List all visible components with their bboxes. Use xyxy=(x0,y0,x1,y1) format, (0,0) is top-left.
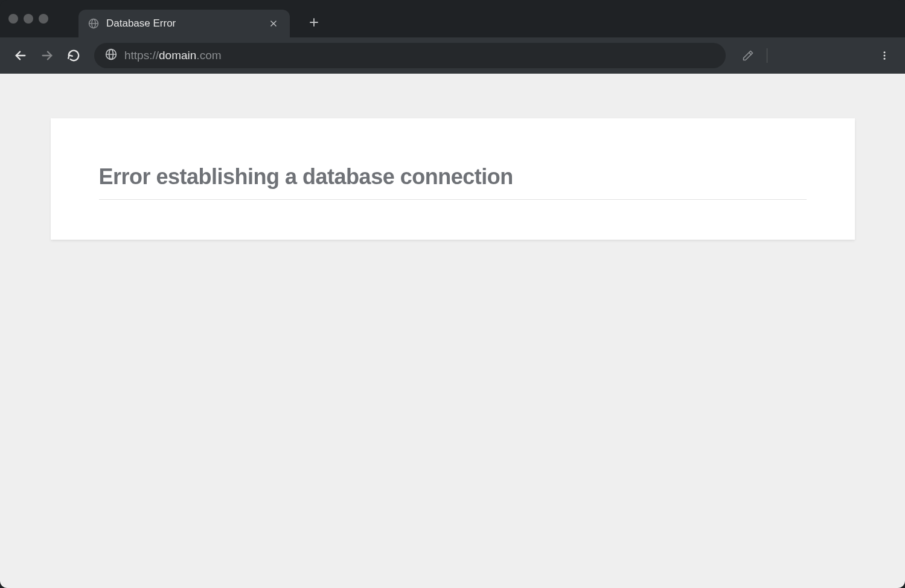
error-card: Error establishing a database connection xyxy=(51,118,855,240)
back-button[interactable] xyxy=(10,45,31,66)
page-content: Error establishing a database connection xyxy=(0,74,905,588)
window-minimize-button[interactable] xyxy=(24,14,33,24)
svg-point-14 xyxy=(884,55,886,57)
address-bar[interactable]: https://domain.com xyxy=(94,43,726,68)
toolbar-right xyxy=(739,45,895,66)
svg-line-12 xyxy=(749,53,751,54)
tab-close-button[interactable] xyxy=(268,18,279,29)
url-text: https://domain.com xyxy=(124,49,222,62)
svg-point-15 xyxy=(884,58,886,60)
reload-button[interactable] xyxy=(63,45,85,66)
toolbar: https://domain.com xyxy=(0,37,905,74)
browser-tab[interactable]: Database Error xyxy=(78,10,290,37)
error-heading: Error establishing a database connection xyxy=(99,164,807,200)
svg-point-13 xyxy=(884,51,886,53)
edit-button[interactable] xyxy=(739,46,757,65)
menu-button[interactable] xyxy=(874,45,895,66)
url-protocol: https:// xyxy=(124,49,159,62)
toolbar-separator xyxy=(767,48,767,63)
window-close-button[interactable] xyxy=(8,14,18,24)
forward-button[interactable] xyxy=(36,45,58,66)
titlebar: Database Error xyxy=(0,0,905,37)
window-controls xyxy=(8,14,48,24)
new-tab-button[interactable] xyxy=(302,10,326,34)
window-maximize-button[interactable] xyxy=(39,14,48,24)
url-domain: domain xyxy=(159,49,196,62)
globe-icon xyxy=(88,18,99,29)
tab-title: Database Error xyxy=(106,18,261,30)
site-info-icon[interactable] xyxy=(105,48,117,63)
url-tld: .com xyxy=(196,49,221,62)
